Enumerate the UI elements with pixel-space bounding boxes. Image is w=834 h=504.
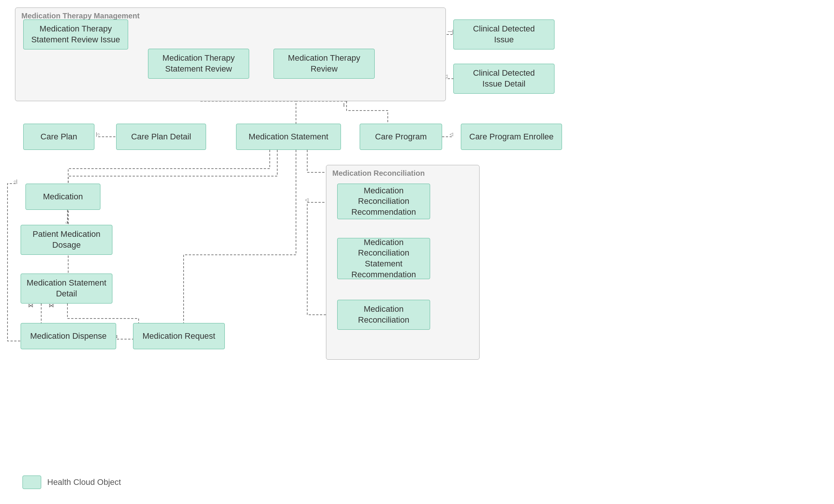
node-care-program-enrollee[interactable]: Care Program Enrollee	[461, 124, 562, 150]
node-cdid[interactable]: Clinical Detected Issue Detail	[453, 64, 555, 94]
svg-text:○|: ○|	[13, 179, 17, 184]
legend: Health Cloud Object	[22, 476, 121, 489]
node-mtsr[interactable]: Medication Therapy Statement Review	[148, 49, 249, 79]
diagram-container: ⋈ ⋈ → —| ⋈ ◁ ◇ |○ ◁ ◇ ◁	[0, 0, 834, 504]
node-care-plan-detail[interactable]: Care Plan Detail	[116, 124, 206, 150]
svg-text:|○: |○	[96, 132, 100, 137]
node-msd[interactable]: Medication Statement Detail	[21, 274, 112, 304]
svg-text:◁: ◁	[450, 132, 453, 137]
legend-label: Health Cloud Object	[47, 477, 121, 487]
svg-text:○: ○	[65, 220, 68, 225]
node-med-dispense[interactable]: Medication Dispense	[21, 323, 116, 349]
node-mrsr[interactable]: Medication Reconciliation Statement Reco…	[337, 238, 430, 279]
node-cdi[interactable]: Clinical Detected Issue	[453, 19, 555, 49]
node-mrr[interactable]: Medication Reconciliation Recommendation	[337, 184, 430, 219]
node-medication[interactable]: Medication	[25, 184, 100, 210]
node-mtr[interactable]: Medication Therapy Review	[274, 49, 375, 79]
node-care-plan[interactable]: Care Plan	[23, 124, 94, 150]
node-pmd[interactable]: Patient Medication Dosage	[21, 225, 112, 255]
node-med-statement[interactable]: Medication Statement	[236, 124, 341, 150]
svg-text:◁: ◁	[305, 197, 309, 202]
group-med-rec-label: Medication Reconciliation	[332, 169, 425, 178]
node-mr[interactable]: Medication Reconciliation	[337, 300, 430, 330]
legend-box	[22, 476, 41, 489]
svg-text:—|: —|	[448, 29, 453, 34]
node-med-request[interactable]: Medication Request	[133, 323, 225, 349]
group-mtm-label: Medication Therapy Management	[21, 12, 140, 20]
node-mtsr-issue[interactable]: Medication Therapy Statement Review Issu…	[23, 19, 128, 49]
node-care-program[interactable]: Care Program	[360, 124, 442, 150]
